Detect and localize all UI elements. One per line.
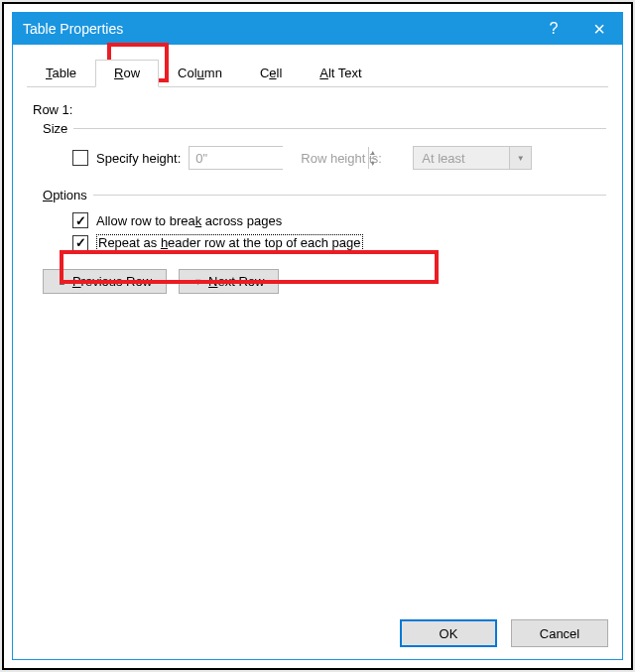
repeat-header-label: Repeat as header row at the top of each … (96, 234, 363, 251)
table-properties-dialog: Table Properties ? × Table Row Column Ce… (12, 12, 623, 660)
ok-button[interactable]: OK (400, 619, 497, 647)
cancel-button[interactable]: Cancel (511, 619, 608, 647)
size-group-header: Size (43, 121, 606, 136)
row-nav-buttons: ▲ Previous Row ▼ Next Row (43, 269, 606, 294)
help-button[interactable]: ? (531, 13, 576, 45)
row-height-mode-dropdown[interactable]: At least ▼ (413, 146, 532, 170)
size-label: Size (43, 121, 67, 136)
dialog-title: Table Properties (23, 21, 531, 37)
repeat-header-checkbox[interactable] (72, 235, 88, 251)
allow-break-label: Allow row to break across pages (96, 213, 282, 228)
triangle-down-icon: ▼ (193, 277, 202, 287)
tab-alt-text[interactable]: Alt Text (301, 60, 380, 87)
dialog-content: Table Row Column Cell Alt Text Row 1: Si… (13, 45, 622, 659)
close-button[interactable]: × (576, 13, 622, 45)
tab-strip: Table Row Column Cell Alt Text (27, 59, 608, 86)
options-list: Allow row to break across pages Repeat a… (72, 212, 606, 251)
triangle-up-icon: ▲ (58, 277, 66, 287)
divider (93, 195, 606, 196)
divider (73, 128, 606, 129)
chevron-down-icon: ▼ (509, 147, 531, 169)
specify-height-label: Specify height: (96, 151, 181, 166)
row-height-is-label: Row height is: (301, 151, 405, 166)
specify-height-checkbox[interactable] (72, 150, 88, 166)
height-spinner[interactable]: ▲ ▼ (189, 146, 283, 170)
allow-break-checkbox[interactable] (72, 212, 88, 228)
dropdown-value: At least (414, 151, 509, 166)
options-label: Options (43, 188, 87, 202)
allow-break-row: Allow row to break across pages (72, 212, 606, 228)
tab-cell[interactable]: Cell (241, 60, 301, 87)
next-row-button[interactable]: ▼ Next Row (179, 269, 279, 294)
row-number-label: Row 1: (33, 102, 606, 117)
options-group-header: Options (43, 188, 606, 202)
titlebar: Table Properties ? × (13, 13, 622, 45)
row-tab-panel: Row 1: Size Specify height: ▲ ▼ (27, 86, 608, 294)
repeat-header-row: Repeat as header row at the top of each … (72, 234, 606, 251)
dialog-footer: OK Cancel (400, 619, 608, 647)
tab-row[interactable]: Row (95, 60, 159, 87)
size-row: Specify height: ▲ ▼ Row height is: At le… (72, 146, 606, 170)
previous-row-button[interactable]: ▲ Previous Row (43, 269, 167, 294)
tab-table[interactable]: Table (27, 60, 95, 87)
tab-column[interactable]: Column (159, 60, 241, 87)
